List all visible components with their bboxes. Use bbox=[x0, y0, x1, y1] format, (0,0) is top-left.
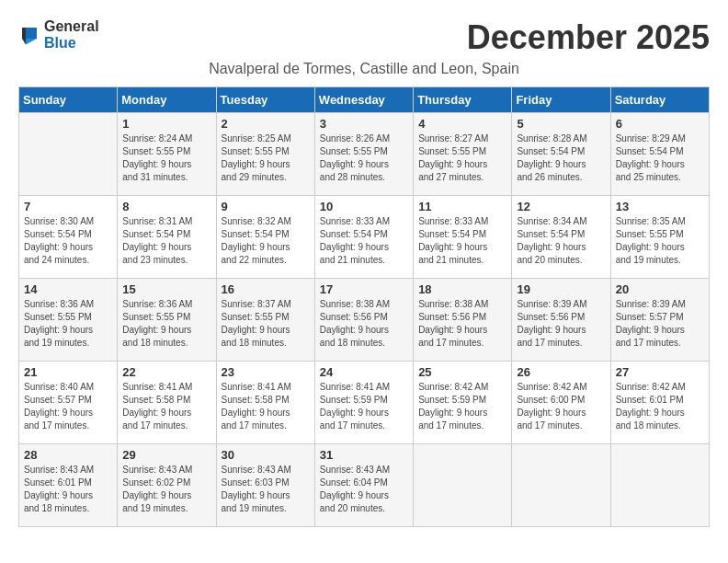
calendar-cell: 12Sunrise: 8:34 AM Sunset: 5:54 PM Dayli… bbox=[512, 196, 610, 279]
day-number: 14 bbox=[24, 282, 112, 296]
calendar-cell: 11Sunrise: 8:33 AM Sunset: 5:54 PM Dayli… bbox=[414, 196, 512, 279]
day-info: Sunrise: 8:43 AM Sunset: 6:02 PM Dayligh… bbox=[122, 464, 210, 515]
calendar-cell: 26Sunrise: 8:42 AM Sunset: 6:00 PM Dayli… bbox=[512, 362, 610, 444]
day-info: Sunrise: 8:33 AM Sunset: 5:54 PM Dayligh… bbox=[418, 215, 506, 267]
day-info: Sunrise: 8:40 AM Sunset: 5:57 PM Dayligh… bbox=[24, 381, 112, 432]
day-number: 28 bbox=[24, 448, 112, 462]
day-info: Sunrise: 8:39 AM Sunset: 5:56 PM Dayligh… bbox=[517, 298, 605, 350]
calendar-header: SundayMondayTuesdayWednesdayThursdayFrid… bbox=[19, 87, 710, 113]
day-number: 18 bbox=[418, 282, 506, 296]
svg-marker-0 bbox=[26, 28, 37, 39]
day-info: Sunrise: 8:43 AM Sunset: 6:03 PM Dayligh… bbox=[222, 464, 310, 515]
calendar-week-4: 21Sunrise: 8:40 AM Sunset: 5:57 PM Dayli… bbox=[19, 362, 710, 444]
day-number: 15 bbox=[122, 282, 210, 296]
day-number: 8 bbox=[122, 200, 210, 213]
day-number: 17 bbox=[320, 282, 408, 296]
day-info: Sunrise: 8:43 AM Sunset: 6:01 PM Dayligh… bbox=[24, 464, 112, 515]
day-info: Sunrise: 8:27 AM Sunset: 5:55 PM Dayligh… bbox=[418, 132, 506, 184]
day-number: 7 bbox=[24, 200, 112, 213]
day-number: 24 bbox=[320, 365, 408, 379]
day-info: Sunrise: 8:42 AM Sunset: 6:01 PM Dayligh… bbox=[616, 381, 704, 432]
calendar-cell: 30Sunrise: 8:43 AM Sunset: 6:03 PM Dayli… bbox=[216, 444, 314, 527]
day-number: 26 bbox=[517, 365, 605, 379]
day-number: 5 bbox=[517, 117, 605, 131]
day-info: Sunrise: 8:36 AM Sunset: 5:55 PM Dayligh… bbox=[24, 298, 112, 350]
calendar-cell: 1Sunrise: 8:24 AM Sunset: 5:55 PM Daylig… bbox=[118, 113, 216, 196]
calendar-cell: 17Sunrise: 8:38 AM Sunset: 5:56 PM Dayli… bbox=[314, 279, 413, 362]
logo-icon bbox=[18, 24, 40, 46]
day-number: 31 bbox=[320, 448, 408, 462]
day-number: 29 bbox=[122, 448, 210, 462]
calendar-body: 1Sunrise: 8:24 AM Sunset: 5:55 PM Daylig… bbox=[19, 113, 710, 527]
day-number: 11 bbox=[418, 200, 506, 213]
calendar-cell: 10Sunrise: 8:33 AM Sunset: 5:54 PM Dayli… bbox=[314, 196, 413, 279]
header-tuesday: Tuesday bbox=[216, 87, 314, 113]
day-number: 23 bbox=[222, 365, 310, 379]
day-number: 1 bbox=[122, 117, 210, 131]
day-number: 19 bbox=[517, 282, 605, 296]
calendar-cell bbox=[19, 113, 118, 196]
calendar-cell: 25Sunrise: 8:42 AM Sunset: 5:59 PM Dayli… bbox=[414, 362, 512, 444]
day-info: Sunrise: 8:41 AM Sunset: 5:58 PM Dayligh… bbox=[122, 381, 210, 432]
calendar-cell: 28Sunrise: 8:43 AM Sunset: 6:01 PM Dayli… bbox=[19, 444, 118, 527]
calendar-cell: 16Sunrise: 8:37 AM Sunset: 5:55 PM Dayli… bbox=[216, 279, 314, 362]
calendar-cell: 21Sunrise: 8:40 AM Sunset: 5:57 PM Dayli… bbox=[19, 362, 118, 444]
day-number: 3 bbox=[320, 117, 408, 131]
day-info: Sunrise: 8:42 AM Sunset: 6:00 PM Dayligh… bbox=[517, 381, 605, 432]
day-info: Sunrise: 8:32 AM Sunset: 5:54 PM Dayligh… bbox=[222, 215, 310, 267]
header-thursday: Thursday bbox=[414, 87, 512, 113]
calendar-cell: 13Sunrise: 8:35 AM Sunset: 5:55 PM Dayli… bbox=[610, 196, 709, 279]
calendar-cell: 31Sunrise: 8:43 AM Sunset: 6:04 PM Dayli… bbox=[314, 444, 413, 527]
calendar-cell: 22Sunrise: 8:41 AM Sunset: 5:58 PM Dayli… bbox=[118, 362, 216, 444]
day-info: Sunrise: 8:31 AM Sunset: 5:54 PM Dayligh… bbox=[122, 215, 210, 267]
calendar-cell: 4Sunrise: 8:27 AM Sunset: 5:55 PM Daylig… bbox=[414, 113, 512, 196]
day-info: Sunrise: 8:34 AM Sunset: 5:54 PM Dayligh… bbox=[517, 215, 605, 267]
day-info: Sunrise: 8:28 AM Sunset: 5:54 PM Dayligh… bbox=[517, 132, 605, 184]
day-info: Sunrise: 8:35 AM Sunset: 5:55 PM Dayligh… bbox=[616, 215, 704, 267]
day-number: 9 bbox=[222, 200, 310, 213]
day-number: 13 bbox=[616, 200, 704, 213]
calendar-week-2: 7Sunrise: 8:30 AM Sunset: 5:54 PM Daylig… bbox=[19, 196, 710, 279]
day-number: 16 bbox=[222, 282, 310, 296]
day-number: 27 bbox=[616, 365, 704, 379]
calendar-week-3: 14Sunrise: 8:36 AM Sunset: 5:55 PM Dayli… bbox=[19, 279, 710, 362]
day-number: 30 bbox=[222, 448, 310, 462]
calendar-cell: 20Sunrise: 8:39 AM Sunset: 5:57 PM Dayli… bbox=[610, 279, 709, 362]
calendar-cell: 14Sunrise: 8:36 AM Sunset: 5:55 PM Dayli… bbox=[19, 279, 118, 362]
day-info: Sunrise: 8:26 AM Sunset: 5:55 PM Dayligh… bbox=[320, 132, 408, 184]
day-info: Sunrise: 8:42 AM Sunset: 5:59 PM Dayligh… bbox=[418, 381, 506, 432]
day-number: 22 bbox=[122, 365, 210, 379]
logo: General Blue bbox=[18, 18, 99, 51]
day-info: Sunrise: 8:37 AM Sunset: 5:55 PM Dayligh… bbox=[222, 298, 310, 350]
calendar-cell: 3Sunrise: 8:26 AM Sunset: 5:55 PM Daylig… bbox=[314, 113, 413, 196]
day-info: Sunrise: 8:24 AM Sunset: 5:55 PM Dayligh… bbox=[122, 132, 210, 184]
day-number: 20 bbox=[616, 282, 704, 296]
day-number: 6 bbox=[616, 117, 704, 131]
header-monday: Monday bbox=[118, 87, 216, 113]
calendar-cell: 24Sunrise: 8:41 AM Sunset: 5:59 PM Dayli… bbox=[314, 362, 413, 444]
month-title: December 2025 bbox=[467, 18, 710, 57]
day-info: Sunrise: 8:33 AM Sunset: 5:54 PM Dayligh… bbox=[320, 215, 408, 267]
calendar-week-1: 1Sunrise: 8:24 AM Sunset: 5:55 PM Daylig… bbox=[19, 113, 710, 196]
day-number: 12 bbox=[517, 200, 605, 213]
header-saturday: Saturday bbox=[610, 87, 709, 113]
calendar-week-5: 28Sunrise: 8:43 AM Sunset: 6:01 PM Dayli… bbox=[19, 444, 710, 527]
logo-general: General bbox=[44, 18, 99, 35]
day-number: 10 bbox=[320, 200, 408, 213]
svg-marker-2 bbox=[22, 28, 26, 44]
day-info: Sunrise: 8:36 AM Sunset: 5:55 PM Dayligh… bbox=[122, 298, 210, 350]
header-friday: Friday bbox=[512, 87, 610, 113]
calendar-cell bbox=[414, 444, 512, 527]
calendar-cell bbox=[610, 444, 709, 527]
day-info: Sunrise: 8:30 AM Sunset: 5:54 PM Dayligh… bbox=[24, 215, 112, 267]
calendar-cell: 18Sunrise: 8:38 AM Sunset: 5:56 PM Dayli… bbox=[414, 279, 512, 362]
day-number: 25 bbox=[418, 365, 506, 379]
calendar-cell: 29Sunrise: 8:43 AM Sunset: 6:02 PM Dayli… bbox=[118, 444, 216, 527]
day-info: Sunrise: 8:39 AM Sunset: 5:57 PM Dayligh… bbox=[616, 298, 704, 350]
calendar-cell: 23Sunrise: 8:41 AM Sunset: 5:58 PM Dayli… bbox=[216, 362, 314, 444]
calendar-cell bbox=[512, 444, 610, 527]
calendar-cell: 2Sunrise: 8:25 AM Sunset: 5:55 PM Daylig… bbox=[216, 113, 314, 196]
calendar-cell: 19Sunrise: 8:39 AM Sunset: 5:56 PM Dayli… bbox=[512, 279, 610, 362]
header-wednesday: Wednesday bbox=[314, 87, 413, 113]
calendar-cell: 9Sunrise: 8:32 AM Sunset: 5:54 PM Daylig… bbox=[216, 196, 314, 279]
